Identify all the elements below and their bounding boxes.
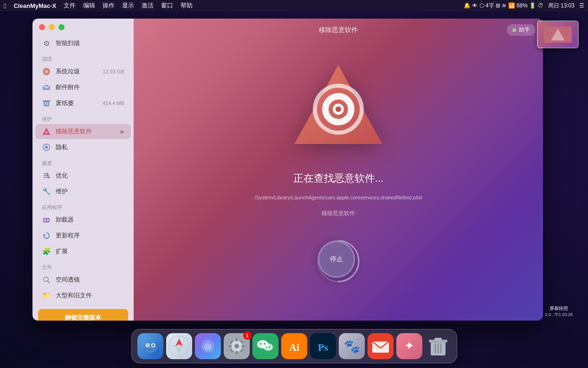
large-files-icon: 📁 [42, 291, 51, 300]
sidebar-label-optimize: 优化 [56, 171, 68, 180]
sidebar-item-smart-scan[interactable]: ⊙ 智能扫描 [35, 36, 131, 51]
space-lens-icon [42, 275, 51, 284]
svg-rect-3 [44, 101, 49, 106]
helper-label: 助手 [519, 26, 530, 34]
sidebar-label-large-files: 大型和旧文件 [56, 291, 92, 300]
sidebar-item-optimize[interactable]: 优化 [35, 168, 131, 183]
minimize-button[interactable] [49, 24, 55, 30]
dock-item-spark[interactable] [368, 333, 394, 359]
dock-item-photoshop[interactable]: Ps [310, 333, 336, 359]
malware-arrow: ▶ [121, 129, 124, 135]
dock-item-siri[interactable]: ◎ [195, 333, 221, 359]
svg-text:🐾: 🐾 [343, 339, 360, 354]
stop-button[interactable]: 停止 [318, 241, 355, 278]
svg-point-60 [264, 343, 265, 345]
sidebar-item-trash[interactable]: 废纸篓 414.4 MB [35, 96, 131, 111]
svg-point-35 [152, 344, 154, 346]
dock-item-finder[interactable] [137, 333, 163, 359]
svg-point-10 [45, 146, 48, 149]
sidebar-item-space-lens[interactable]: 空间透镜 [35, 272, 131, 287]
svg-marker-20 [44, 234, 46, 237]
menubar-menu-file[interactable]: 文件 [64, 1, 76, 10]
svg-rect-4 [43, 100, 50, 102]
safari-icon [166, 333, 192, 359]
trash-size: 414.4 MB [103, 100, 124, 106]
maximize-button[interactable] [58, 24, 65, 30]
window-controls [39, 24, 65, 30]
dock-item-wechat[interactable] [252, 333, 278, 359]
cleanmymac-dock-icon: ✦ [396, 333, 422, 359]
menubar-menu-window[interactable]: 窗口 [161, 1, 173, 10]
sidebar-item-maintenance[interactable]: 🔧 维护 [35, 184, 131, 199]
svg-point-19 [47, 219, 49, 221]
apple-menu[interactable]:  [4, 2, 6, 10]
malware-icon: ☣ [42, 127, 51, 136]
scanning-container: 正在查找恶意软件... /System/Library/LaunchAgents… [254, 58, 422, 282]
scanning-module: 移除恶意软件 [322, 210, 355, 217]
sidebar-item-extensions[interactable]: 🧩 扩展 [35, 244, 131, 259]
wechat-icon [252, 333, 278, 359]
scanning-title: 正在查找恶意软件... [293, 171, 383, 185]
svg-text:✦: ✦ [404, 339, 414, 353]
sidebar-item-large-files[interactable]: 📁 大型和旧文件 [35, 288, 131, 303]
dock-item-paw[interactable]: 🐾 [339, 333, 365, 359]
biohazard-icon [287, 58, 389, 162]
menubar-menu-activate[interactable]: 激活 [142, 1, 154, 10]
sidebar-item-uninstaller[interactable]: 卸载器 [35, 212, 131, 227]
close-button[interactable] [39, 24, 45, 30]
trash-icon [42, 99, 51, 108]
uninstaller-icon [42, 215, 51, 224]
menubar-menu-action[interactable]: 操作 [103, 1, 115, 10]
menubar-menu-help[interactable]: 帮助 [181, 1, 193, 10]
mail-icon [42, 83, 51, 92]
svg-text:⟳: ⟳ [45, 69, 49, 74]
smart-scan-icon: ⊙ [42, 39, 51, 48]
helper-status-dot [512, 28, 516, 32]
svg-point-59 [260, 343, 262, 345]
svg-point-61 [265, 346, 267, 348]
system-junk-size: 12.93 GB [103, 69, 124, 74]
sidebar-label-uninstaller: 卸载器 [56, 216, 74, 224]
illustrator-icon: Ai [281, 333, 307, 359]
sidebar-item-updater[interactable]: 更新程序 [35, 228, 131, 243]
sidebar-item-privacy[interactable]: 隐私 [35, 140, 131, 155]
dock-item-sysprefs[interactable]: 1 [224, 333, 250, 359]
svg-rect-48 [236, 338, 238, 342]
svg-text:☣: ☣ [45, 130, 48, 135]
finder-icon [137, 333, 163, 359]
sidebar-item-mail-attachments[interactable]: 邮件附件 [35, 80, 131, 95]
dock-item-cleanmymac[interactable]: ✦ [396, 333, 422, 359]
maintenance-icon: 🔧 [42, 187, 51, 196]
sidebar-section-protect: 保护 [32, 111, 134, 124]
siri-icon: ◎ [195, 333, 221, 359]
trash-dock-icon [425, 333, 451, 359]
svg-point-16 [48, 177, 50, 178]
menubar-menu-edit[interactable]: 编辑 [83, 1, 95, 10]
sidebar-section-clean: 清理 [32, 51, 134, 64]
svg-point-18 [44, 219, 46, 221]
thumbnail-label: 屏幕快照 2-0...午1.03.28 [538, 305, 580, 318]
sidebar-item-malware[interactable]: ☣ 移除恶意软件 ▶ [35, 124, 131, 139]
system-junk-icon: ⟳ [42, 67, 51, 76]
svg-point-31 [144, 342, 157, 353]
svg-point-14 [47, 175, 49, 177]
menubar-app-name[interactable]: CleanMyMac-X [13, 2, 56, 9]
menubar-menu-view[interactable]: 显示 [122, 1, 134, 10]
optimize-icon [42, 171, 51, 180]
sidebar-label-smart-scan: 智能扫描 [56, 39, 80, 47]
unlock-button[interactable]: 解锁完整版本 [38, 309, 128, 321]
sidebar-section-files: 文件 [32, 259, 134, 272]
helper-button[interactable]: 助手 [507, 24, 536, 36]
menubar-notification-icon[interactable]: ☰ [579, 2, 584, 9]
svg-rect-49 [236, 351, 238, 355]
svg-point-62 [269, 346, 271, 348]
dock-item-trash[interactable] [425, 333, 451, 359]
dock-item-illustrator[interactable]: Ai [281, 333, 307, 359]
sidebar-item-system-junk[interactable]: ⟳ 系统垃圾 12.93 GB [35, 64, 131, 79]
dock-item-safari[interactable] [166, 333, 192, 359]
photoshop-icon: Ps [310, 333, 336, 359]
sidebar-bottom: 解锁完整版本 [32, 303, 134, 321]
sidebar-label-mail: 邮件附件 [56, 83, 80, 92]
menubar-clock: 周日 13:03 [548, 2, 575, 10]
spark-icon [368, 333, 394, 359]
